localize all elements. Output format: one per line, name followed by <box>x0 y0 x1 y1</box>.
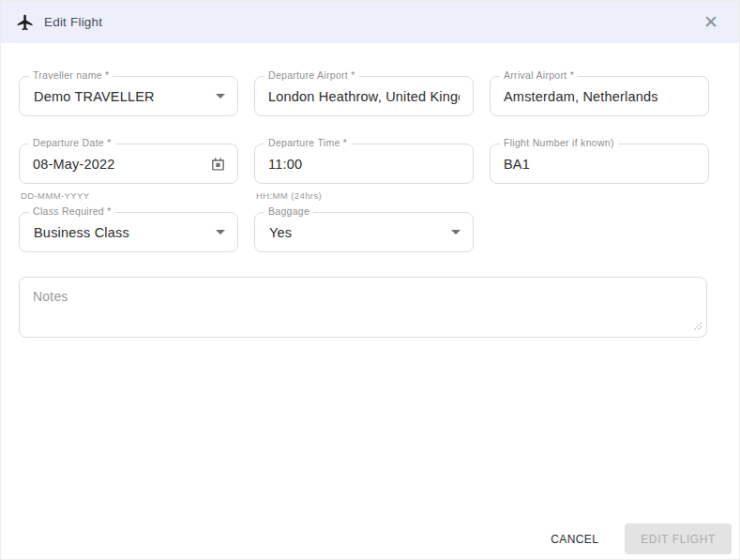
traveller-name-value: Demo TRAVELLER <box>20 89 216 104</box>
arrival-airport-field: Arrival Airport * <box>490 76 709 116</box>
calendar-icon[interactable] <box>210 156 226 172</box>
departure-date-box <box>19 144 238 184</box>
departure-airport-box <box>254 76 474 116</box>
departure-time-box <box>254 144 474 184</box>
dialog-footer: CANCEL EDIT FLIGHT <box>541 523 732 554</box>
dialog-title: Edit Flight <box>44 15 102 29</box>
departure-date-input[interactable] <box>20 144 210 183</box>
departure-time-label: Departure Time * <box>264 137 351 148</box>
class-required-value: Business Class <box>20 225 216 240</box>
chevron-down-icon <box>451 230 461 235</box>
traveller-name-label: Traveller name * <box>29 69 113 81</box>
flight-number-box <box>490 144 709 184</box>
departure-airport-field: Departure Airport * <box>254 76 474 116</box>
form-row-1: Traveller name * Demo TRAVELLER Departur… <box>1 76 739 116</box>
baggage-value: Yes <box>255 225 451 240</box>
time-format-hint: HH:MM (24hrs) <box>256 190 474 201</box>
form-row-2: Departure Date * DD-MMM-YYYY Departure T… <box>1 144 739 201</box>
departure-airport-label: Departure Airport * <box>264 69 359 81</box>
chevron-down-icon <box>216 230 225 235</box>
class-required-select[interactable]: Business Class <box>19 212 238 252</box>
flight-icon <box>16 13 35 32</box>
date-format-hint: DD-MMM-YYYY <box>21 190 238 201</box>
arrival-airport-box <box>490 76 709 116</box>
flight-number-field: Flight Number if known) <box>490 144 709 201</box>
departure-time-field: Departure Time * HH:MM (24hrs) <box>254 144 474 201</box>
baggage-select[interactable]: Yes <box>254 212 474 252</box>
departure-date-field: Departure Date * DD-MMM-YYYY <box>19 144 238 201</box>
arrival-airport-input[interactable] <box>491 77 708 115</box>
departure-time-input[interactable] <box>255 144 473 183</box>
class-required-label: Class Required * <box>29 205 115 217</box>
class-required-field: Class Required * Business Class <box>19 212 238 252</box>
arrival-airport-label: Arrival Airport * <box>500 69 578 81</box>
chevron-down-icon <box>216 94 225 98</box>
edit-flight-dialog: { "dialog": { "title": "Edit Flight" }, … <box>0 0 740 560</box>
cancel-button[interactable]: CANCEL <box>541 525 608 553</box>
edit-flight-button[interactable]: EDIT FLIGHT <box>625 523 732 554</box>
departure-date-label: Departure Date * <box>29 137 115 148</box>
notes-textarea[interactable] <box>19 277 707 338</box>
dialog-header: Edit Flight ✕ <box>1 1 739 43</box>
close-icon[interactable]: ✕ <box>698 11 724 33</box>
baggage-label: Baggage <box>264 205 313 217</box>
flight-number-label: Flight Number if known) <box>500 137 618 148</box>
form-row-3: Class Required * Business Class Baggage … <box>1 212 739 252</box>
notes-field <box>19 277 707 341</box>
baggage-field: Baggage Yes <box>254 212 474 252</box>
departure-airport-input[interactable] <box>255 77 473 115</box>
traveller-name-select[interactable]: Demo TRAVELLER <box>19 76 238 116</box>
flight-number-input[interactable] <box>491 144 708 183</box>
traveller-name-field: Traveller name * Demo TRAVELLER <box>19 76 238 116</box>
